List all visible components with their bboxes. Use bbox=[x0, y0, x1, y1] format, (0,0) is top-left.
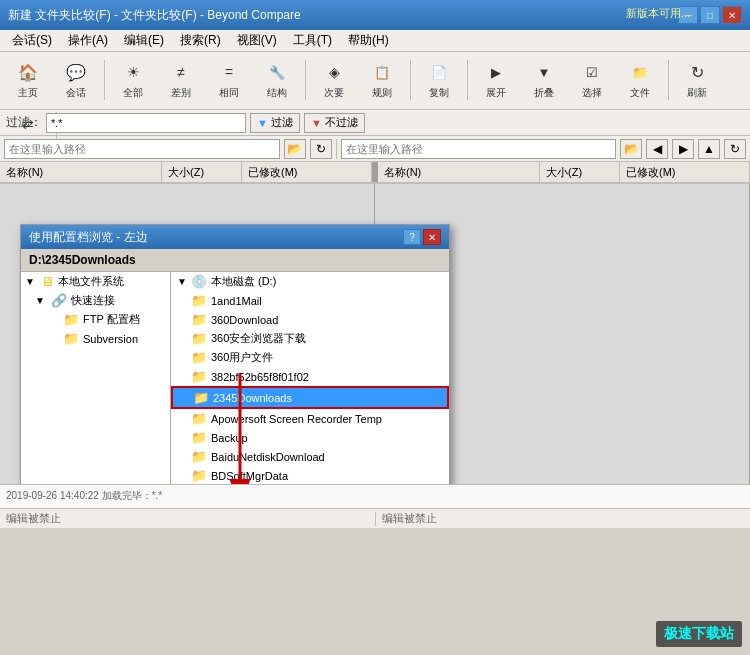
toolbar-home-label: 主页 bbox=[18, 86, 38, 100]
left-refresh-button[interactable]: ↻ bbox=[310, 139, 332, 159]
list-item-baidunetdisk[interactable]: 📁 BaiduNetdiskDownload bbox=[171, 447, 449, 466]
filter-input[interactable] bbox=[46, 113, 246, 133]
menu-tools[interactable]: 工具(T) bbox=[285, 30, 340, 51]
same-icon: = bbox=[217, 60, 241, 84]
toolbar-secondary[interactable]: ◈ 次要 bbox=[312, 56, 356, 104]
left-col-name[interactable]: 名称(N) bbox=[0, 162, 162, 182]
file-icon: 📁 bbox=[628, 60, 652, 84]
menu-session[interactable]: 会话(S) bbox=[4, 30, 60, 51]
folder-icon: 📁 bbox=[191, 350, 207, 365]
toolbar-copy-label: 复制 bbox=[429, 86, 449, 100]
tree-label-quickconnect: 快速连接 bbox=[71, 293, 115, 308]
right-path-input[interactable] bbox=[341, 139, 617, 159]
menu-action[interactable]: 操作(A) bbox=[60, 30, 116, 51]
toolbar-sep-1 bbox=[104, 60, 105, 100]
right-nav-up[interactable]: ▲ bbox=[698, 139, 720, 159]
close-button[interactable]: ✕ bbox=[722, 6, 742, 24]
toolbar-expand-label: 展开 bbox=[486, 86, 506, 100]
list-item-360download[interactable]: 📁 360Download bbox=[171, 310, 449, 329]
secondary-icon: ◈ bbox=[322, 60, 346, 84]
menu-help[interactable]: 帮助(H) bbox=[340, 30, 397, 51]
toolbar-structure-label: 结构 bbox=[267, 86, 287, 100]
list-item-360browser[interactable]: 📁 360安全浏览器下载 bbox=[171, 329, 449, 348]
dialog-tree[interactable]: ▼ 🖥 本地文件系统 ▼ 🔗 快速连接 📁 FTP 配置档 bbox=[21, 272, 171, 484]
toolbar-diff-label: 差别 bbox=[171, 86, 191, 100]
quick-connect-icon: 🔗 bbox=[51, 293, 67, 308]
toolbar-home[interactable]: 🏠 主页 bbox=[6, 56, 50, 104]
toolbar-select[interactable]: ☑ 选择 bbox=[570, 56, 614, 104]
dialog-help-button[interactable]: ? bbox=[403, 229, 421, 245]
item-label: 2345Downloads bbox=[213, 392, 292, 404]
toolbar-diff[interactable]: ≠ 差别 bbox=[159, 56, 203, 104]
toolbar-structure[interactable]: 🔧 结构 bbox=[255, 56, 299, 104]
tree-label-svn: Subversion bbox=[83, 333, 138, 345]
structure-icon: 🔧 bbox=[265, 60, 289, 84]
item-label: 360用户文件 bbox=[211, 350, 273, 365]
list-item-382bf[interactable]: 📁 382bf52b65f8f01f02 bbox=[171, 367, 449, 386]
right-nav-prev[interactable]: ◀ bbox=[646, 139, 668, 159]
all-icon: ☀ bbox=[121, 60, 145, 84]
toolbar-expand[interactable]: ▶ 展开 bbox=[474, 56, 518, 104]
drive-item[interactable]: ▼ 💿 本地磁盘 (D:) bbox=[171, 272, 449, 291]
filter-button[interactable]: ▼ 过滤 bbox=[250, 113, 300, 133]
toolbar-rules-label: 规则 bbox=[372, 86, 392, 100]
toolbar: 🏠 主页 💬 会话 ☀ 全部 ≠ 差别 = 相同 🔧 结构 ◈ 次要 📋 规则 … bbox=[0, 52, 750, 110]
path-bar: 📂 ↻ 📂 ◀ ▶ ▲ ↻ bbox=[0, 136, 750, 162]
toolbar-fold[interactable]: ▼ 折叠 bbox=[522, 56, 566, 104]
menu-edit[interactable]: 编辑(E) bbox=[116, 30, 172, 51]
list-item-backup[interactable]: 📁 Backup bbox=[171, 428, 449, 447]
column-headers: 名称(N) 大小(Z) 已修改(M) 名称(N) 大小(Z) 已修改(M) bbox=[0, 162, 750, 184]
select-icon: ☑ bbox=[580, 60, 604, 84]
list-item-1and1mail[interactable]: 📁 1and1Mail bbox=[171, 291, 449, 310]
toolbar-refresh[interactable]: ↻ 刷新 bbox=[675, 56, 719, 104]
maximize-button[interactable]: □ bbox=[700, 6, 720, 24]
toolbar-all[interactable]: ☀ 全部 bbox=[111, 56, 155, 104]
session-icon: 💬 bbox=[64, 60, 88, 84]
menu-search[interactable]: 搜索(R) bbox=[172, 30, 229, 51]
right-browse-button[interactable]: 📂 bbox=[620, 139, 642, 159]
list-item-apowersoft[interactable]: 📁 Apowersoft Screen Recorder Temp bbox=[171, 409, 449, 428]
toolbar-all-label: 全部 bbox=[123, 86, 143, 100]
toolbar-copy[interactable]: 📄 复制 bbox=[417, 56, 461, 104]
toolbar-file[interactable]: 📁 文件 bbox=[618, 56, 662, 104]
dialog-file-list[interactable]: ▼ 💿 本地磁盘 (D:) 📁 1and1Mail 📁 360Download … bbox=[171, 272, 449, 484]
status-bar: 编辑被禁止 编辑被禁止 bbox=[0, 508, 750, 528]
left-col-date[interactable]: 已修改(M) bbox=[242, 162, 372, 182]
toolbar-session-label: 会话 bbox=[66, 86, 86, 100]
left-path-input[interactable] bbox=[4, 139, 280, 159]
left-col-size[interactable]: 大小(Z) bbox=[162, 162, 242, 182]
right-col-name[interactable]: 名称(N) bbox=[378, 162, 540, 182]
dialog-overlay: 使用配置档浏览 - 左边 ? ✕ D:\2345Downloads ▼ 🖥 本地… bbox=[0, 184, 750, 484]
toolbar-fold-label: 折叠 bbox=[534, 86, 554, 100]
status-right: 编辑被禁止 bbox=[382, 511, 745, 526]
dialog-close-button[interactable]: ✕ bbox=[423, 229, 441, 245]
tree-item-localfs[interactable]: ▼ 🖥 本地文件系统 bbox=[21, 272, 170, 291]
right-refresh-button[interactable]: ↻ bbox=[724, 139, 746, 159]
toolbar-sep-3 bbox=[410, 60, 411, 100]
right-col-size[interactable]: 大小(Z) bbox=[540, 162, 620, 182]
tree-item-quickconnect[interactable]: ▼ 🔗 快速连接 bbox=[21, 291, 170, 310]
title-text: 新建 文件夹比较(F) - 文件夹比较(F) - Beyond Compare bbox=[8, 7, 678, 24]
list-item-2345downloads[interactable]: 📁 2345Downloads bbox=[171, 386, 449, 409]
list-item-360user[interactable]: 📁 360用户文件 bbox=[171, 348, 449, 367]
tree-item-ftp[interactable]: 📁 FTP 配置档 bbox=[21, 310, 170, 329]
update-notice: 新版本可用... bbox=[626, 6, 690, 21]
no-filter-icon: ▼ bbox=[311, 117, 322, 129]
toolbar-same-label: 相同 bbox=[219, 86, 239, 100]
left-browse-button[interactable]: 📂 bbox=[284, 139, 306, 159]
toolbar-rules[interactable]: 📋 规则 bbox=[360, 56, 404, 104]
item-label: 1and1Mail bbox=[211, 295, 262, 307]
folder-icon: 📁 bbox=[191, 468, 207, 483]
status-left: 编辑被禁止 bbox=[6, 511, 369, 526]
menu-view[interactable]: 视图(V) bbox=[229, 30, 285, 51]
toolbar-session[interactable]: 💬 会话 bbox=[54, 56, 98, 104]
filter-label: 过滤： bbox=[6, 114, 42, 131]
right-nav-next[interactable]: ▶ bbox=[672, 139, 694, 159]
right-col-date[interactable]: 已修改(M) bbox=[620, 162, 750, 182]
tree-item-svn[interactable]: 📁 Subversion bbox=[21, 329, 170, 348]
toolbar-secondary-label: 次要 bbox=[324, 86, 344, 100]
toolbar-same[interactable]: = 相同 bbox=[207, 56, 251, 104]
no-filter-button[interactable]: ▼ 不过滤 bbox=[304, 113, 365, 133]
list-item-bdsoft[interactable]: 📁 BDSoftMgrData bbox=[171, 466, 449, 484]
folder-icon: 📁 bbox=[191, 411, 207, 426]
